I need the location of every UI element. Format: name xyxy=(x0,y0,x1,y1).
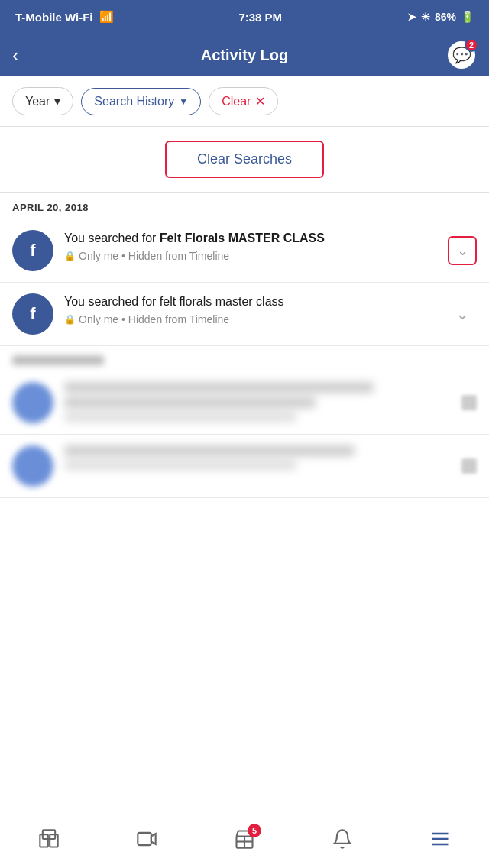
wifi-icon: 📶 xyxy=(99,10,114,24)
activity-content: You searched for felt florals master cla… xyxy=(64,293,437,326)
activity-meta: 🔒 Only me • Hidden from Timeline xyxy=(64,313,437,326)
back-button[interactable]: ‹ xyxy=(12,44,43,67)
blurred-text xyxy=(64,382,374,393)
chevron-blurred xyxy=(461,395,477,410)
battery-label: 86% xyxy=(435,11,456,23)
messenger-button[interactable]: 💬 2 xyxy=(446,40,477,70)
year-filter-button[interactable]: Year ▾ xyxy=(12,87,73,115)
lock-icon: 🔒 xyxy=(64,314,76,325)
activity-text: You searched for felt florals master cla… xyxy=(64,293,437,310)
search-history-filter-button[interactable]: Search History ▼ xyxy=(81,88,201,115)
status-bar: T-Mobile Wi-Fi 📶 7:38 PM ➤ ✳ 86% 🔋 xyxy=(0,0,489,34)
chevron-blurred xyxy=(461,458,477,474)
clear-searches-container: Clear Searches xyxy=(0,127,489,193)
search-history-dropdown-icon: ▼ xyxy=(179,96,188,107)
page-title: Activity Log xyxy=(43,47,446,64)
svg-rect-3 xyxy=(138,833,151,845)
filter-bar: Year ▾ Search History ▼ Clear ✕ xyxy=(0,76,489,127)
messenger-badge: 2 xyxy=(465,38,478,52)
activity-item: f You searched for Felt Florals MASTER C… xyxy=(0,219,489,283)
clear-searches-label: Clear Searches xyxy=(197,151,292,167)
avatar: f xyxy=(12,293,53,335)
activity-meta: 🔒 Only me • Hidden from Timeline xyxy=(64,250,437,262)
activity-item-blurred xyxy=(0,435,489,498)
battery-icon: 🔋 xyxy=(461,11,474,23)
nav-home[interactable] xyxy=(26,822,72,861)
year-filter-label: Year xyxy=(25,95,50,108)
bottom-nav: 5 xyxy=(0,815,489,868)
menu-icon xyxy=(429,828,451,855)
time-label: 7:38 PM xyxy=(238,11,282,24)
clear-icon: ✕ xyxy=(255,94,265,108)
bell-icon xyxy=(332,828,353,855)
activity-content-blurred xyxy=(64,382,451,422)
nav-notifications[interactable] xyxy=(319,822,365,861)
svg-marker-4 xyxy=(151,834,156,844)
video-icon xyxy=(136,828,157,855)
activity-item: f You searched for felt florals master c… xyxy=(0,283,489,346)
blurred-text xyxy=(64,445,355,456)
clear-searches-button[interactable]: Clear Searches xyxy=(165,141,324,178)
content-area: Year ▾ Search History ▼ Clear ✕ Clear Se… xyxy=(0,76,489,552)
nav-bar: ‹ Activity Log 💬 2 xyxy=(0,34,489,76)
blurred-date-header xyxy=(12,355,104,365)
year-dropdown-icon: ▾ xyxy=(54,94,60,108)
blurred-text xyxy=(64,397,316,408)
avatar-blurred xyxy=(12,382,53,423)
carrier-label: T-Mobile Wi-Fi xyxy=(15,11,93,24)
clear-filter-button[interactable]: Clear ✕ xyxy=(209,87,278,115)
activity-privacy: Only me • Hidden from Timeline xyxy=(79,313,229,326)
store-badge: 5 xyxy=(248,824,261,837)
activity-content: You searched for Felt Florals MASTER CLA… xyxy=(64,230,437,262)
chevron-button[interactable]: ⌄ xyxy=(448,300,477,329)
activity-text-full: You searched for felt florals master cla… xyxy=(64,295,284,308)
status-right: ➤ ✳ 86% 🔋 xyxy=(407,11,474,23)
nav-icon: ➤ xyxy=(407,11,416,23)
chevron-button-highlighted[interactable]: ⌄ xyxy=(448,236,477,265)
blurred-text xyxy=(64,413,296,422)
activity-item-blurred xyxy=(0,371,489,435)
activity-text-pre: You searched for xyxy=(64,232,160,245)
nav-menu[interactable] xyxy=(417,822,463,861)
blurred-text xyxy=(64,461,296,470)
home-icon xyxy=(38,828,60,855)
lock-icon: 🔒 xyxy=(64,251,76,261)
chevron-down-icon: ⌄ xyxy=(455,304,469,324)
clear-label: Clear xyxy=(222,95,251,108)
search-history-label: Search History xyxy=(94,95,174,108)
bt-icon: ✳ xyxy=(421,11,430,23)
avatar-blurred xyxy=(12,445,53,487)
nav-video[interactable] xyxy=(124,822,170,861)
svg-rect-0 xyxy=(40,834,48,847)
activity-text-bold: Felt Florals MASTER CLASS xyxy=(160,232,325,245)
activity-privacy: Only me • Hidden from Timeline xyxy=(79,250,229,262)
status-left: T-Mobile Wi-Fi 📶 xyxy=(15,10,114,24)
svg-rect-2 xyxy=(50,834,58,847)
date-header: APRIL 20, 2018 xyxy=(0,193,489,219)
activity-text: You searched for Felt Florals MASTER CLA… xyxy=(64,230,437,247)
activity-content-blurred xyxy=(64,445,451,470)
avatar: f xyxy=(12,230,53,271)
chevron-down-icon: ⌄ xyxy=(457,242,468,259)
nav-store[interactable]: 5 xyxy=(222,822,267,861)
